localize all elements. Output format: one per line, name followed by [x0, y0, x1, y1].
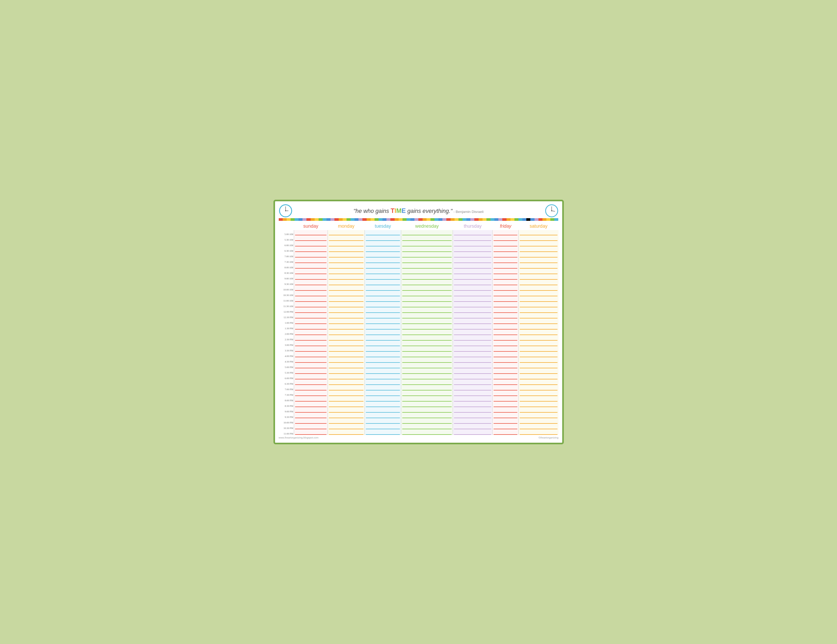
cell-mon-7[interactable] [328, 269, 364, 274]
cell-thu-5[interactable] [453, 258, 492, 263]
cell-tue-36[interactable] [365, 429, 401, 435]
cell-mon-18[interactable] [328, 330, 364, 335]
cell-tue-5[interactable] [365, 258, 401, 263]
cell-tue-7[interactable] [365, 269, 401, 274]
cell-fri-15[interactable] [492, 313, 519, 319]
cell-wed-26[interactable] [401, 374, 453, 380]
cell-tue-4[interactable] [365, 252, 401, 258]
cell-sun-27[interactable] [294, 380, 328, 385]
cell-thu-18[interactable] [453, 330, 492, 335]
cell-mon-26[interactable] [328, 374, 364, 380]
cell-sun-24[interactable] [294, 363, 328, 369]
cell-wed-33[interactable] [401, 413, 453, 418]
cell-fri-31[interactable] [492, 402, 519, 407]
cell-thu-22[interactable] [453, 352, 492, 357]
cell-tue-6[interactable] [365, 263, 401, 269]
cell-sat-24[interactable] [519, 363, 558, 369]
cell-tue-2[interactable] [365, 241, 401, 247]
cell-thu-2[interactable] [453, 241, 492, 247]
cell-mon-9[interactable] [328, 280, 364, 285]
cell-fri-10[interactable] [492, 285, 519, 291]
cell-sat-27[interactable] [519, 380, 558, 385]
cell-sat-18[interactable] [519, 330, 558, 335]
cell-sun-30[interactable] [294, 396, 328, 402]
cell-sun-19[interactable] [294, 335, 328, 341]
cell-tue-12[interactable] [365, 297, 401, 302]
cell-mon-20[interactable] [328, 341, 364, 346]
cell-wed-4[interactable] [401, 252, 453, 258]
cell-wed-2[interactable] [401, 241, 453, 247]
cell-tue-3[interactable] [365, 247, 401, 252]
cell-thu-20[interactable] [453, 341, 492, 346]
cell-mon-22[interactable] [328, 352, 364, 357]
cell-tue-8[interactable] [365, 274, 401, 280]
cell-thu-35[interactable] [453, 424, 492, 429]
cell-wed-18[interactable] [401, 330, 453, 335]
cell-wed-16[interactable] [401, 319, 453, 324]
cell-sun-17[interactable] [294, 324, 328, 330]
cell-sun-12[interactable] [294, 297, 328, 302]
cell-mon-8[interactable] [328, 274, 364, 280]
cell-mon-23[interactable] [328, 357, 364, 363]
cell-wed-25[interactable] [401, 369, 453, 374]
cell-thu-19[interactable] [453, 335, 492, 341]
cell-fri-17[interactable] [492, 324, 519, 330]
cell-thu-17[interactable] [453, 324, 492, 330]
cell-wed-6[interactable] [401, 263, 453, 269]
cell-wed-29[interactable] [401, 391, 453, 396]
cell-sat-33[interactable] [519, 413, 558, 418]
cell-tue-20[interactable] [365, 341, 401, 346]
cell-mon-6[interactable] [328, 263, 364, 269]
cell-mon-0[interactable] [328, 230, 364, 236]
cell-fri-6[interactable] [492, 263, 519, 269]
cell-thu-11[interactable] [453, 291, 492, 297]
cell-mon-19[interactable] [328, 335, 364, 341]
cell-thu-36[interactable] [453, 429, 492, 435]
cell-mon-17[interactable] [328, 324, 364, 330]
cell-mon-4[interactable] [328, 252, 364, 258]
cell-wed-24[interactable] [401, 363, 453, 369]
cell-mon-30[interactable] [328, 396, 364, 402]
cell-thu-33[interactable] [453, 413, 492, 418]
cell-tue-32[interactable] [365, 407, 401, 413]
cell-wed-28[interactable] [401, 385, 453, 391]
cell-sat-22[interactable] [519, 352, 558, 357]
cell-sat-32[interactable] [519, 407, 558, 413]
cell-sat-4[interactable] [519, 252, 558, 258]
cell-tue-31[interactable] [365, 402, 401, 407]
cell-fri-18[interactable] [492, 330, 519, 335]
cell-sun-15[interactable] [294, 313, 328, 319]
cell-wed-30[interactable] [401, 396, 453, 402]
cell-sun-10[interactable] [294, 285, 328, 291]
cell-wed-5[interactable] [401, 258, 453, 263]
cell-tue-22[interactable] [365, 352, 401, 357]
cell-fri-26[interactable] [492, 374, 519, 380]
cell-sat-5[interactable] [519, 258, 558, 263]
cell-thu-28[interactable] [453, 385, 492, 391]
cell-wed-32[interactable] [401, 407, 453, 413]
cell-tue-13[interactable] [365, 302, 401, 308]
cell-thu-31[interactable] [453, 402, 492, 407]
cell-sat-21[interactable] [519, 346, 558, 352]
cell-thu-24[interactable] [453, 363, 492, 369]
cell-sun-6[interactable] [294, 263, 328, 269]
cell-fri-25[interactable] [492, 369, 519, 374]
cell-mon-33[interactable] [328, 413, 364, 418]
cell-fri-13[interactable] [492, 302, 519, 308]
cell-sun-29[interactable] [294, 391, 328, 396]
cell-wed-35[interactable] [401, 424, 453, 429]
cell-tue-11[interactable] [365, 291, 401, 297]
cell-fri-33[interactable] [492, 413, 519, 418]
cell-sun-20[interactable] [294, 341, 328, 346]
cell-wed-3[interactable] [401, 247, 453, 252]
cell-thu-34[interactable] [453, 418, 492, 424]
cell-fri-2[interactable] [492, 241, 519, 247]
cell-sun-1[interactable] [294, 236, 328, 241]
cell-tue-35[interactable] [365, 424, 401, 429]
cell-fri-36[interactable] [492, 429, 519, 435]
cell-mon-25[interactable] [328, 369, 364, 374]
cell-sun-8[interactable] [294, 274, 328, 280]
cell-mon-2[interactable] [328, 241, 364, 247]
cell-fri-22[interactable] [492, 352, 519, 357]
cell-wed-15[interactable] [401, 313, 453, 319]
